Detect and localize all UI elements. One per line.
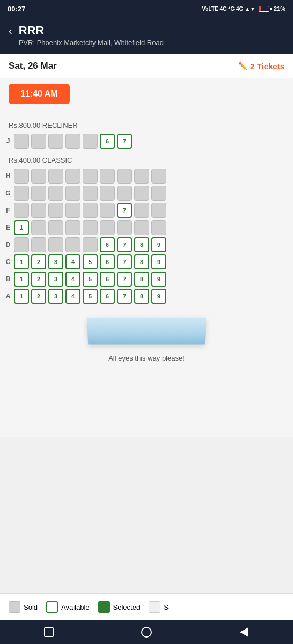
seat-G6 bbox=[100, 186, 115, 201]
seat-F5 bbox=[83, 203, 98, 218]
seat-C6[interactable]: 6 bbox=[100, 254, 115, 269]
nav-home-button[interactable] bbox=[139, 625, 154, 640]
seat-H8 bbox=[134, 169, 149, 184]
seat-D8[interactable]: 8 bbox=[134, 237, 149, 252]
seat-F3 bbox=[48, 203, 63, 218]
seat-G2 bbox=[31, 186, 46, 201]
seats-row: 123456789 bbox=[14, 289, 166, 304]
seat-B1[interactable]: 1 bbox=[14, 272, 29, 287]
seat-row-G: G bbox=[0, 185, 293, 202]
classic-label: Rs.400.00 CLASSIC bbox=[0, 156, 293, 167]
seat-C5[interactable]: 5 bbox=[83, 254, 98, 269]
seat-C4[interactable]: 4 bbox=[65, 254, 80, 269]
seat-G5 bbox=[83, 186, 98, 201]
nav-square-button[interactable] bbox=[41, 625, 56, 640]
seat-A5[interactable]: 5 bbox=[83, 289, 98, 304]
seat-B3[interactable]: 3 bbox=[48, 272, 63, 287]
row-label: F bbox=[2, 207, 14, 214]
seat-row-F: F7 bbox=[0, 202, 293, 219]
nav-back-button[interactable] bbox=[237, 625, 252, 640]
seats-row: 123456789 bbox=[14, 254, 166, 269]
seat-B5[interactable]: 5 bbox=[83, 272, 98, 287]
seats-row: 7 bbox=[14, 203, 166, 218]
selected-box bbox=[98, 601, 110, 613]
seat-G9 bbox=[151, 186, 166, 201]
seat-C8[interactable]: 8 bbox=[134, 254, 149, 269]
screen-visual bbox=[87, 318, 207, 345]
seat-row-H: H bbox=[0, 167, 293, 185]
selected-label: Selected bbox=[113, 603, 141, 611]
seat-J2 bbox=[31, 134, 46, 149]
recliner-rows: J67 bbox=[0, 133, 293, 150]
seat-B8[interactable]: 8 bbox=[134, 272, 149, 287]
seat-F8 bbox=[134, 203, 149, 218]
seat-J1 bbox=[14, 134, 29, 149]
available-label: Available bbox=[61, 603, 90, 611]
seat-H3 bbox=[48, 169, 63, 184]
legend-sold: Sold bbox=[9, 601, 38, 613]
seat-C7[interactable]: 7 bbox=[117, 254, 132, 269]
movie-venue: PVR: Phoenix Marketcity Mall, Whitefield… bbox=[19, 39, 164, 47]
seat-J3 bbox=[48, 134, 63, 149]
showtime-bar: 11:40 AM bbox=[0, 78, 293, 112]
seat-G3 bbox=[48, 186, 63, 201]
seat-C9[interactable]: 9 bbox=[151, 254, 166, 269]
seat-H1 bbox=[14, 169, 29, 184]
screen-label: All eyes this way please! bbox=[108, 354, 185, 362]
battery-icon bbox=[259, 6, 269, 12]
seats-row: 67 bbox=[14, 134, 132, 149]
seat-D9[interactable]: 9 bbox=[151, 237, 166, 252]
seat-J6[interactable]: 6 bbox=[100, 134, 115, 149]
seat-C3[interactable]: 3 bbox=[48, 254, 63, 269]
seat-H6 bbox=[100, 169, 115, 184]
network-status: VoLTE 4G ⁴G 4G ▲▼ bbox=[202, 6, 255, 12]
header-info: RRR PVR: Phoenix Marketcity Mall, Whitef… bbox=[19, 24, 164, 47]
sold-label: Sold bbox=[24, 603, 38, 611]
seat-E2 bbox=[31, 220, 46, 235]
seat-row-C: C123456789 bbox=[0, 253, 293, 270]
date-tickets-bar: Sat, 26 Mar ✏️ 2 Tickets bbox=[0, 54, 293, 78]
seat-D3 bbox=[48, 237, 63, 252]
legend-selected: Selected bbox=[98, 601, 141, 613]
seat-E1[interactable]: 1 bbox=[14, 220, 29, 235]
seat-B9[interactable]: 9 bbox=[151, 272, 166, 287]
seatmap-container: Rs.800.00 RECLINER J67 Rs.400.00 CLASSIC… bbox=[0, 112, 293, 437]
movie-title: RRR bbox=[19, 24, 164, 38]
seat-A2[interactable]: 2 bbox=[31, 289, 46, 304]
seat-A1[interactable]: 1 bbox=[14, 289, 29, 304]
legend-other: S bbox=[149, 601, 169, 613]
seat-D7[interactable]: 7 bbox=[117, 237, 132, 252]
seat-A9[interactable]: 9 bbox=[151, 289, 166, 304]
row-label: E bbox=[2, 224, 14, 231]
seat-row-D: D6789 bbox=[0, 236, 293, 253]
status-bar: 00:27 VoLTE 4G ⁴G 4G ▲▼ 21% bbox=[0, 0, 293, 17]
tickets-button[interactable]: ✏️ 2 Tickets bbox=[238, 62, 284, 71]
seat-F7[interactable]: 7 bbox=[117, 203, 132, 218]
seat-G1 bbox=[14, 186, 29, 201]
seat-B6[interactable]: 6 bbox=[100, 272, 115, 287]
seat-A6[interactable]: 6 bbox=[100, 289, 115, 304]
other-label: S bbox=[164, 603, 169, 611]
seat-J7[interactable]: 7 bbox=[117, 134, 132, 149]
seat-D6[interactable]: 6 bbox=[100, 237, 115, 252]
seat-A4[interactable]: 4 bbox=[65, 289, 80, 304]
showtime-button[interactable]: 11:40 AM bbox=[9, 84, 70, 104]
seat-B2[interactable]: 2 bbox=[31, 272, 46, 287]
seat-H4 bbox=[65, 169, 80, 184]
back-button[interactable]: ‹ bbox=[9, 25, 12, 37]
seat-A3[interactable]: 3 bbox=[48, 289, 63, 304]
seat-row-E: E1 bbox=[0, 219, 293, 236]
seat-C1[interactable]: 1 bbox=[14, 254, 29, 269]
seat-F1 bbox=[14, 203, 29, 218]
seat-C2[interactable]: 2 bbox=[31, 254, 46, 269]
seat-B4[interactable]: 4 bbox=[65, 272, 80, 287]
show-date: Sat, 26 Mar bbox=[9, 61, 57, 71]
seat-A8[interactable]: 8 bbox=[134, 289, 149, 304]
pencil-icon: ✏️ bbox=[238, 62, 247, 70]
seat-A7[interactable]: 7 bbox=[117, 289, 132, 304]
seat-D4 bbox=[65, 237, 80, 252]
sold-box bbox=[9, 601, 20, 613]
seat-B7[interactable]: 7 bbox=[117, 272, 132, 287]
seat-E5 bbox=[83, 220, 98, 235]
seat-H2 bbox=[31, 169, 46, 184]
